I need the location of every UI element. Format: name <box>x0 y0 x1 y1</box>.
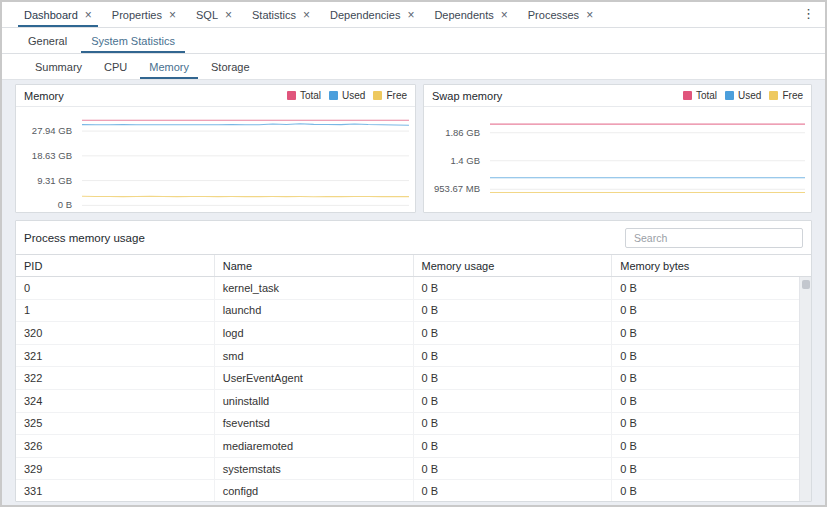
table-row[interactable]: 324uninstalld0 B0 B <box>16 390 811 413</box>
used-swatch-icon <box>725 91 734 100</box>
chart-plot-area <box>82 107 409 212</box>
pgadmin-dashboard-window: Dashboard×Properties×SQL×Statistics×Depe… <box>0 0 827 507</box>
legend-item-used: Used <box>725 90 761 101</box>
close-icon[interactable]: × <box>501 9 508 21</box>
table-header-row: PIDNameMemory usageMemory bytes <box>16 254 811 277</box>
tab-properties[interactable]: Properties× <box>102 2 186 27</box>
stat-tab-memory[interactable]: Memory <box>138 54 200 79</box>
table-rows: 0kernel_task0 B0 B1launchd0 B0 B320logd0… <box>16 277 811 501</box>
table-cell: smd <box>215 345 414 367</box>
column-header-name[interactable]: Name <box>215 255 414 276</box>
tab-general[interactable]: General <box>16 28 79 53</box>
table-cell: 325 <box>16 413 215 435</box>
tab-processes[interactable]: Processes× <box>518 2 603 27</box>
system-statistics-content: SummaryCPUMemoryStorage Memory TotalUsed… <box>2 54 825 507</box>
stat-tab-cpu[interactable]: CPU <box>93 54 138 79</box>
table-cell: 326 <box>16 435 215 457</box>
stat-tab-storage[interactable]: Storage <box>200 54 261 79</box>
close-icon[interactable]: × <box>303 9 310 21</box>
table-cell: 0 B <box>414 458 613 480</box>
table-cell: 0 B <box>414 367 613 389</box>
table-cell: 0 B <box>612 413 811 435</box>
table-cell: 0 B <box>612 435 811 457</box>
chart-title: Swap memory <box>432 90 502 102</box>
process-memory-panel: Process memory usage PIDNameMemory usage… <box>15 220 812 502</box>
table-cell: 329 <box>16 458 215 480</box>
tab-label: Dependents <box>434 9 493 21</box>
table-row[interactable]: 326mediaremoted0 B0 B <box>16 435 811 458</box>
y-tick-label: 18.63 GB <box>32 150 72 161</box>
legend-label: Used <box>342 90 365 101</box>
table-cell: kernel_task <box>215 277 414 299</box>
table-cell: 0 B <box>612 390 811 412</box>
main-tab-bar: Dashboard×Properties×SQL×Statistics×Depe… <box>2 2 825 28</box>
close-icon[interactable]: × <box>225 9 232 21</box>
table-cell: 0 B <box>612 345 811 367</box>
legend-label: Total <box>696 90 717 101</box>
table-row[interactable]: 321smd0 B0 B <box>16 345 811 368</box>
free-swatch-icon <box>373 91 382 100</box>
table-cell: 0 B <box>414 435 613 457</box>
tab-sql[interactable]: SQL× <box>186 2 242 27</box>
table-cell: 0 B <box>414 322 613 344</box>
table-row[interactable]: 322UserEventAgent0 B0 B <box>16 367 811 390</box>
search-input[interactable] <box>625 228 803 248</box>
chart-title: Memory <box>24 90 64 102</box>
tab-dashboard[interactable]: Dashboard× <box>14 2 102 27</box>
close-icon[interactable]: × <box>407 9 414 21</box>
table-cell: 0 B <box>414 277 613 299</box>
table-cell: 1 <box>16 300 215 322</box>
table-cell: 320 <box>16 322 215 344</box>
table-cell: 321 <box>16 345 215 367</box>
table-cell: 0 B <box>612 322 811 344</box>
chart-body: 27.94 GB18.63 GB9.31 GB0 B <box>16 107 415 212</box>
table-row[interactable]: 1launchd0 B0 B <box>16 300 811 323</box>
close-icon[interactable]: × <box>169 9 176 21</box>
table-cell: 322 <box>16 367 215 389</box>
vertical-scrollbar[interactable] <box>799 277 811 501</box>
table-row[interactable]: 325fseventsd0 B0 B <box>16 413 811 436</box>
legend-label: Used <box>738 90 761 101</box>
tab-label: Properties <box>112 9 162 21</box>
table-cell: logd <box>215 322 414 344</box>
table-cell: 0 B <box>414 345 613 367</box>
table-cell: 0 B <box>414 480 613 501</box>
free-swatch-icon <box>769 91 778 100</box>
table-cell: systemstats <box>215 458 414 480</box>
table-cell: 324 <box>16 390 215 412</box>
dashboard-tab-bar: GeneralSystem Statistics <box>2 28 825 54</box>
chart-plot-area <box>490 107 805 212</box>
table-cell: 0 B <box>612 277 811 299</box>
y-tick-label: 953.67 MB <box>434 183 480 194</box>
tab-label: SQL <box>196 9 218 21</box>
table-row[interactable]: 320logd0 B0 B <box>16 322 811 345</box>
tab-dependencies[interactable]: Dependencies× <box>320 2 424 27</box>
column-header-memory-bytes[interactable]: Memory bytes <box>612 255 811 276</box>
total-swatch-icon <box>287 91 296 100</box>
chart-legend: TotalUsedFree <box>683 90 803 101</box>
column-header-pid[interactable]: PID <box>16 255 215 276</box>
chart-y-axis: 27.94 GB18.63 GB9.31 GB0 B <box>16 107 80 212</box>
close-icon[interactable]: × <box>85 9 92 21</box>
tab-label: Statistics <box>252 9 296 21</box>
scrollbar-thumb[interactable] <box>802 280 810 289</box>
stat-tab-summary[interactable]: Summary <box>24 54 93 79</box>
tab-label: Dashboard <box>24 9 78 21</box>
tab-statistics[interactable]: Statistics× <box>242 2 320 27</box>
table-row[interactable]: 0kernel_task0 B0 B <box>16 277 811 300</box>
tab-system-statistics[interactable]: System Statistics <box>79 28 187 53</box>
tab-dependents[interactable]: Dependents× <box>424 2 517 27</box>
statistics-tab-bar: SummaryCPUMemoryStorage <box>2 54 825 80</box>
table-cell: 0 B <box>414 390 613 412</box>
y-tick-label: 1.4 GB <box>450 155 480 166</box>
column-header-memory-usage[interactable]: Memory usage <box>414 255 613 276</box>
close-icon[interactable]: × <box>586 9 593 21</box>
table-cell: uninstalld <box>215 390 414 412</box>
table-row[interactable]: 329systemstats0 B0 B <box>16 458 811 481</box>
chart-y-axis: 1.86 GB1.4 GB953.67 MB <box>424 107 488 212</box>
table-cell: launchd <box>215 300 414 322</box>
total-swatch-icon <box>683 91 692 100</box>
table-row[interactable]: 331configd0 B0 B <box>16 480 811 501</box>
tab-menu-kebab-icon[interactable]: ⋮ <box>798 6 819 21</box>
legend-label: Free <box>782 90 803 101</box>
